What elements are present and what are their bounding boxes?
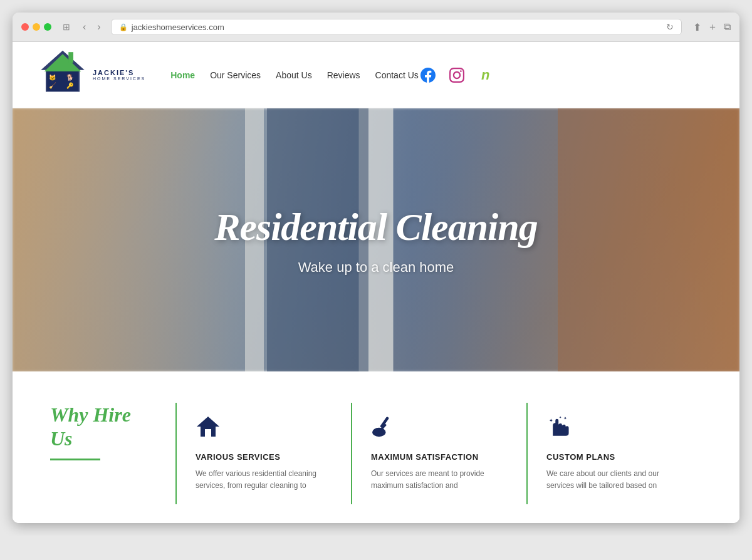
lock-icon: 🔒 (119, 23, 128, 31)
hero-section: Residential Cleaning Wake up to a clean … (13, 108, 739, 371)
house-icon (196, 415, 332, 443)
card-1-desc: We offer various residential cleaning se… (196, 468, 332, 492)
svg-rect-9 (205, 429, 211, 437)
card-2-desc: Our services are meant to provide maximu… (371, 468, 508, 492)
browser-right-controls: ⬆ ＋ ⧉ (693, 21, 731, 34)
why-underline (50, 459, 100, 460)
why-left: Why Hire Us (50, 403, 175, 460)
nav-links: Home Our Services About Us Reviews Conta… (170, 70, 419, 81)
site-header: 🐱 🐕 🧹 🔑 JACKIE'S HOME SERVICES (13, 42, 739, 108)
instagram-icon[interactable] (447, 66, 466, 85)
website-content: 🐱 🐕 🧹 🔑 JACKIE'S HOME SERVICES (13, 42, 739, 523)
hero-content: Residential Cleaning Wake up to a clean … (214, 205, 538, 276)
hero-title: Residential Cleaning (214, 205, 538, 249)
back-button[interactable]: ‹ (79, 20, 90, 34)
logo-text: JACKIE'S HOME SERVICES (93, 69, 145, 81)
svg-text:✦: ✦ (559, 416, 561, 419)
why-cards: VARIOUS SERVICES We offer various reside… (175, 403, 702, 504)
nav-item-reviews[interactable]: Reviews (327, 70, 360, 81)
card-3-desc: We care about our clients and our servic… (546, 468, 683, 492)
main-nav: Home Our Services About Us Reviews Conta… (170, 70, 419, 81)
card-3-title: CUSTOM PLANS (546, 452, 683, 462)
svg-text:✦: ✦ (563, 416, 567, 420)
nav-item-home[interactable]: Home (170, 70, 195, 81)
card-1-title: VARIOUS SERVICES (196, 452, 332, 462)
share-button[interactable]: ⬆ (693, 21, 701, 34)
why-card-2: MAXIMUM SATISFACTION Our services are me… (351, 403, 526, 504)
svg-rect-7 (68, 52, 73, 63)
nav-item-contact[interactable]: Contact Us (375, 70, 419, 81)
why-card-3: ✦ ✦ ✦ CUSTOM PLANS We care about our cli… (526, 403, 702, 504)
url-text: jackieshomeservices.com (132, 23, 224, 32)
forward-button[interactable]: › (93, 20, 104, 34)
hand-sparkle-icon: ✦ ✦ ✦ (546, 415, 683, 443)
window-controls (21, 23, 51, 31)
why-title: Why Hire Us (50, 403, 150, 451)
nav-item-services[interactable]: Our Services (210, 70, 261, 81)
nav-link-reviews[interactable]: Reviews (327, 70, 360, 80)
why-card-1: VARIOUS SERVICES We offer various reside… (175, 403, 351, 504)
nav-link-about[interactable]: About Us (276, 70, 312, 80)
logo-line1: JACKIE'S (93, 69, 145, 76)
svg-text:🧹: 🧹 (49, 82, 56, 90)
hero-wall-right (558, 108, 739, 371)
tab-grid-button[interactable]: ⊞ (63, 22, 70, 32)
reading-mode-button[interactable]: ⧉ (724, 21, 731, 34)
svg-text:🐱: 🐱 (49, 74, 56, 81)
address-bar[interactable]: 🔒 jackieshomeservices.com ↻ (111, 19, 682, 35)
browser-titlebar: ⊞ ‹ › 🔒 jackieshomeservices.com ↻ ⬆ ＋ ⧉ (13, 13, 739, 42)
card-2-title: MAXIMUM SATISFACTION (371, 452, 508, 462)
nextdoor-icon[interactable]: n (476, 66, 495, 85)
close-button[interactable] (21, 23, 29, 31)
facebook-icon[interactable] (419, 66, 437, 85)
logo-area: 🐱 🐕 🧹 🔑 JACKIE'S HOME SERVICES (38, 48, 145, 101)
nav-item-about[interactable]: About Us (276, 70, 312, 81)
nav-link-services[interactable]: Our Services (210, 70, 261, 80)
browser-navigation: ‹ › (79, 20, 105, 34)
maximize-button[interactable] (44, 23, 51, 31)
nav-link-contact[interactable]: Contact Us (375, 70, 419, 80)
minimize-button[interactable] (33, 23, 40, 31)
broom-icon (371, 415, 508, 443)
browser-window: ⊞ ‹ › 🔒 jackieshomeservices.com ↻ ⬆ ＋ ⧉ (13, 13, 739, 523)
svg-text:✦: ✦ (549, 418, 553, 423)
svg-text:🐕: 🐕 (66, 74, 74, 81)
svg-text:🔑: 🔑 (66, 82, 74, 90)
why-section: Why Hire Us VARIOUS SERVICES We offer va… (13, 371, 739, 523)
logo-line2: HOME SERVICES (93, 76, 145, 81)
social-icons: n (419, 66, 495, 85)
browser-controls: ⊞ (63, 22, 70, 32)
nav-link-home[interactable]: Home (170, 70, 195, 80)
hero-subtitle: Wake up to a clean home (214, 259, 538, 276)
logo-icon: 🐱 🐕 🧹 🔑 (38, 48, 88, 101)
reload-icon[interactable]: ↻ (666, 22, 674, 32)
new-tab-button[interactable]: ＋ (708, 21, 718, 34)
